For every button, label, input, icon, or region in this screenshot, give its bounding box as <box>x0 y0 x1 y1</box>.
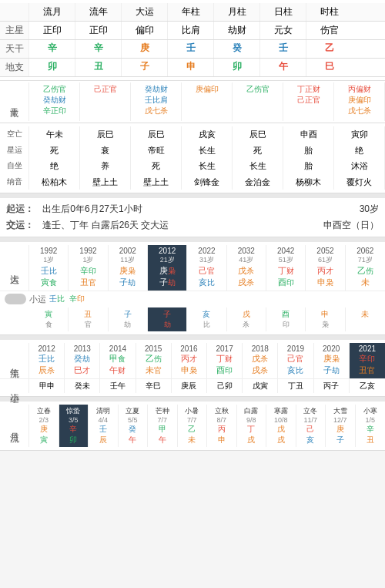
dayun-year-5: 2032 <box>228 247 265 255</box>
dayun-tg-0: 壬比 <box>30 265 67 277</box>
canggan-label: 藏干 <box>0 82 29 121</box>
dayun-dz-7: 申枭 <box>306 277 343 288</box>
zhuxing-4: 劫财 <box>214 22 260 39</box>
xiaoyun-label: 小运 <box>29 294 46 305</box>
xiaoyun-toggle-row: 小运 壬比 辛印 <box>0 291 385 307</box>
zhuxing-1: 正印 <box>75 22 122 39</box>
dayun-year-8: 2062 <box>346 247 384 255</box>
liunian-3[interactable]: 2015 乙伤 未官 <box>136 343 172 378</box>
dayun-age-5: 41岁 <box>228 255 265 265</box>
dayun-age-4: 31岁 <box>188 255 225 265</box>
dayun-age-6: 51岁 <box>267 255 304 265</box>
jiaoyun-text: 逢壬、丁年 白露后26天 交大运 <box>42 220 169 230</box>
dayun-dz-2: 子劫 <box>109 277 146 288</box>
liunian-4[interactable]: 2016 丙才 申枭 <box>172 343 207 378</box>
liuyue-6[interactable]: 立秋 8/7 丙 申 <box>207 405 237 447</box>
canggan-6: 丙偏财 庚偏印 戊七杀 <box>334 82 385 121</box>
xiaoyun-toggle[interactable] <box>5 294 26 304</box>
liunian-xiaoyun-label: 小运 <box>0 379 29 393</box>
liuyue-9[interactable]: 立冬 11/7 己 亥 <box>296 405 326 447</box>
dayun-tg-6: 丁财 <box>267 265 304 277</box>
liuyue-1[interactable]: 惊蛰 3/5 辛 卯 <box>59 405 89 447</box>
liunian-xy-6: 戊寅 <box>243 379 278 393</box>
dizhi-label: 地支 <box>0 59 29 76</box>
xiaoyun-row: 壬比 辛印 <box>49 294 380 304</box>
liunian-xy-0: 甲申 <box>29 379 65 393</box>
dayun-col-0[interactable]: 1992 1岁 壬比 寅食 <box>29 245 69 291</box>
liuyue-10[interactable]: 大雪 12/7 庚 子 <box>326 405 356 447</box>
dayun-dz-1: 丑官 <box>69 277 106 288</box>
liuyue-5[interactable]: 小暑 7/7 乙 未 <box>178 405 208 447</box>
dayun-col-8[interactable]: 2062 71岁 乙伤 未 <box>346 245 385 291</box>
zizuo-label: 自坐 <box>0 158 29 174</box>
dayun-col-1[interactable]: 1992 1岁 辛印 丑官 <box>69 245 108 291</box>
xingyun-4: 死 <box>233 143 283 159</box>
tiangan-3: 壬 <box>168 40 214 58</box>
liuyue-8[interactable]: 寒露 10/8 戊 戌 <box>266 405 296 447</box>
col-header-0 <box>0 3 29 21</box>
dayun-col-4[interactable]: 2022 31岁 己官 亥比 <box>187 245 226 291</box>
nayin-label: 纳音 <box>0 174 29 190</box>
xiaoyun-dz-8: 未 <box>346 307 385 331</box>
liunian-8[interactable]: 2020 庚枭 子劫 <box>314 343 350 378</box>
kongwang-1: 辰巳 <box>80 126 131 143</box>
xiaoyun-dz-1: 丑官 <box>69 307 108 331</box>
liunian-2[interactable]: 2014 甲食 午财 <box>100 343 136 378</box>
liuyue-11[interactable]: 小寒 1/5 辛 丑 <box>356 405 386 447</box>
zizuo-6: 沐浴 <box>334 158 385 174</box>
liuyue-3[interactable]: 立夏 5/5 癸 午 <box>119 405 149 447</box>
dayun-tg-7: 丙才 <box>306 265 343 277</box>
qiyun-row: 起运： 出生后0年6月27天1小时 30岁 <box>6 201 379 217</box>
liunian-xy-2: 壬午 <box>100 379 136 393</box>
tiangan-2: 庚 <box>122 40 168 58</box>
dayun-tg-4: 己官 <box>188 265 225 277</box>
top-section: 流月 流年 大运 年柱 月柱 日柱 时柱 主星 正印 正印 偏印 比肩 劫财 元… <box>0 0 385 81</box>
zizuo-0: 绝 <box>29 158 80 174</box>
xingyun-section: 空亡 午未 辰巳 辰巳 戌亥 辰巳 申酉 寅卯 星运 死 衰 帝旺 长生 死 胎… <box>0 123 385 193</box>
kongwang-5: 申酉 <box>283 126 334 143</box>
dayun-age-2: 11岁 <box>109 255 146 265</box>
jiaoyun-right: 申酉空（日） <box>323 219 379 232</box>
xingyun-0: 死 <box>29 143 80 159</box>
dayun-col-2[interactable]: 2002 11岁 庚枭 子劫 <box>109 245 148 291</box>
dizhi-6: 巳 <box>306 59 353 76</box>
liunian-xy-5: 己卯 <box>207 379 243 393</box>
nayin-0: 松柏木 <box>29 174 80 190</box>
dayun-col-6[interactable]: 2042 51岁 丁财 酉印 <box>266 245 306 291</box>
dayun-year-4: 2022 <box>188 247 225 255</box>
qiyun-right: 30岁 <box>360 203 379 216</box>
liuyue-0[interactable]: 立春 2/3 庚 寅 <box>29 405 59 447</box>
liunian-section: 流年 2012 壬比 辰杀 2013 癸劫 巳才 2014 甲食 午财 2015… <box>0 340 385 397</box>
col-header-dayun: 大运 <box>122 3 168 21</box>
jiaoyun-label: 交运： <box>6 220 34 230</box>
xingyun-1: 衰 <box>80 143 131 159</box>
xingyun-5: 胎 <box>283 143 334 159</box>
dayun-tg-3: 庚枭 <box>149 265 186 277</box>
dayun-columns: 1992 1岁 壬比 寅食 1992 1岁 辛印 丑官 2002 11岁 庚枭 … <box>29 245 385 291</box>
kongwang-4: 辰巳 <box>233 126 283 143</box>
liuyue-7[interactable]: 白露 9/8 丁 戌 <box>237 405 267 447</box>
liuyue-cols: 立春 2/3 庚 寅 惊蛰 3/5 辛 卯 清明 4/4 壬 辰 立夏 <box>29 405 385 447</box>
dizhi-5: 午 <box>260 59 306 76</box>
dayun-col-5[interactable]: 2032 41岁 戊杀 戌杀 <box>227 245 266 291</box>
liunian-9[interactable]: 2021 辛印 丑官 <box>350 343 385 378</box>
liunian-0[interactable]: 2012 壬比 辰杀 <box>29 343 65 378</box>
liunian-5[interactable]: 2017 丁财 酉印 <box>207 343 243 378</box>
col-header-yuezhu: 月柱 <box>214 3 260 21</box>
zhuxing-3: 比肩 <box>168 22 214 39</box>
col-header-rizhu: 日柱 <box>260 3 306 21</box>
dayun-col-3[interactable]: 2012 21岁 庚枭 子劫 <box>148 245 187 291</box>
dayun-dz-8: 未 <box>346 277 384 288</box>
dayun-dz-4: 亥比 <box>188 277 225 288</box>
col-header-nianzhu: 年柱 <box>168 3 214 21</box>
kongwang-3: 戌亥 <box>182 126 233 143</box>
liunian-1[interactable]: 2013 癸劫 巳才 <box>65 343 100 378</box>
dayun-age-3: 21岁 <box>149 255 186 265</box>
dayun-year-3: 2012 <box>149 247 186 255</box>
liuyue-2[interactable]: 清明 4/4 壬 辰 <box>89 405 119 447</box>
liuyue-4[interactable]: 芒种 7/7 甲 午 <box>148 405 178 447</box>
qiyun-label: 起运： <box>6 203 34 214</box>
liunian-6[interactable]: 2018 戊杀 戌杀 <box>243 343 278 378</box>
liunian-7[interactable]: 2019 己官 亥比 <box>278 343 313 378</box>
dayun-col-7[interactable]: 2052 61岁 丙才 申枭 <box>306 245 345 291</box>
